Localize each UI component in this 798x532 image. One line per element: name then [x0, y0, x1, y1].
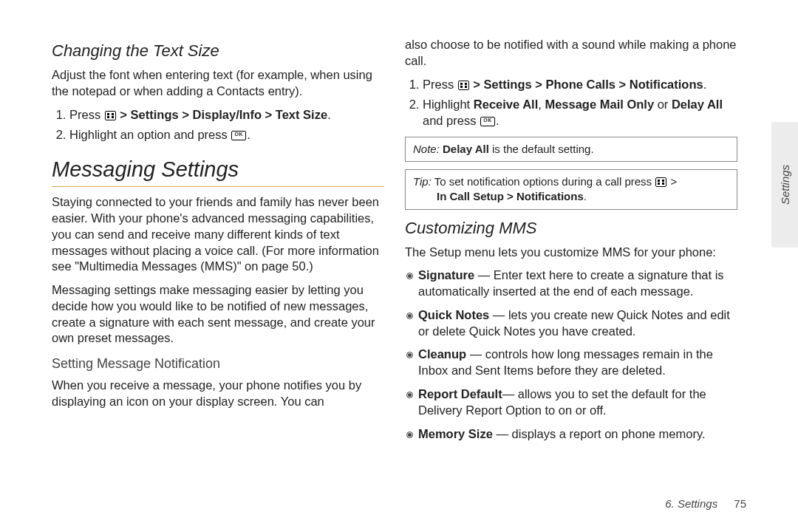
tip-label: Tip: [413, 175, 432, 188]
left-column: Changing the Text Size Adjust the font w… [52, 37, 384, 449]
gt-sep: > [532, 78, 546, 91]
page-footer: 6. Settings 75 [665, 497, 746, 510]
side-tab-label: Settings [779, 165, 791, 205]
bullet-title: Memory Size [418, 427, 493, 440]
bullet-cleanup: Cleanup — controls how long messages rem… [405, 347, 737, 379]
para-adjust-font: Adjust the font when entering text (for … [52, 67, 384, 100]
text-press: Press [69, 108, 104, 121]
text-highlight: Highlight an option and press [69, 128, 231, 141]
opt-message-mail-only: Message Mail Only [545, 98, 654, 111]
period: . [703, 78, 707, 91]
step-1-text-size: Press > Settings > Display/Info > Text S… [69, 107, 384, 123]
steps-notification: Press > Settings > Phone Calls > Notific… [405, 77, 737, 129]
period: . [327, 108, 331, 121]
path-notifications: Notifications [630, 78, 703, 91]
bullet-quick-notes: Quick Notes — lets you create new Quick … [405, 307, 737, 340]
period: . [584, 190, 587, 202]
note-text: is the default setting. [489, 143, 594, 155]
footer-section: 6. Settings [665, 497, 717, 510]
step-1-notification: Press > Settings > Phone Calls > Notific… [423, 77, 737, 93]
bullet-signature: Signature — Enter text here to create a … [405, 267, 737, 300]
path-phone-calls: Phone Calls [545, 78, 615, 91]
heading-changing-text-size: Changing the Text Size [52, 40, 384, 61]
bullet-memory-size: Memory Size — displays a report on phone… [405, 426, 737, 443]
tip-in-call-setup: In Call Setup [437, 190, 504, 202]
period: . [496, 114, 499, 127]
para-staying-connected: Staying connected to your friends and fa… [52, 194, 384, 275]
manual-page: Changing the Text Size Adjust the font w… [0, 0, 798, 464]
menu-key-icon [655, 177, 666, 187]
text-and-press: and press [423, 114, 480, 127]
text-press: Press [423, 78, 457, 91]
opt-receive-all: Receive All [474, 98, 538, 111]
gt-sep: > [615, 78, 630, 91]
side-tab: Settings [771, 122, 798, 248]
path-settings: Settings [131, 108, 179, 121]
bullet-title: Cleanup [418, 347, 466, 361]
steps-text-size: Press > Settings > Display/Info > Text S… [52, 107, 384, 144]
text-highlight: Highlight [423, 98, 474, 111]
right-column: also choose to be notified with a sound … [405, 37, 737, 449]
step-2-text-size: Highlight an option and press . [69, 127, 384, 143]
gt-sep: > [117, 108, 131, 121]
step-2-notification: Highlight Receive All, Message Mail Only… [423, 97, 737, 129]
gt-sep: > [262, 108, 276, 121]
menu-key-icon [105, 111, 116, 120]
tip-pre: To set notification options during a cal… [432, 175, 655, 188]
path-display-info: Display/Info [192, 108, 262, 121]
bullet-title: Signature [418, 268, 474, 282]
para-messaging-settings: Messaging settings make messaging easier… [52, 282, 384, 347]
heading-customizing-mms: Customizing MMS [405, 217, 737, 239]
note-label: Note: [413, 143, 440, 155]
gt-sep: > [504, 190, 516, 202]
ok-key-icon [480, 117, 495, 126]
gt-sep: > [179, 108, 193, 121]
heading-messaging-settings: Messaging Settings [52, 155, 384, 183]
footer-page-number: 75 [734, 497, 746, 510]
path-text-size: Text Size [276, 108, 327, 121]
tip-box: Tip: To set notification options during … [405, 169, 737, 210]
path-settings: Settings [484, 78, 532, 91]
mms-bullet-list: Signature — Enter text here to create a … [405, 267, 737, 442]
para-when-receive: When you receive a message, your phone n… [52, 378, 384, 410]
note-box: Note: Delay All is the default setting. [405, 137, 737, 162]
gt-sep: > [470, 78, 484, 91]
tip-indent-line: In Call Setup > Notifications. [413, 189, 729, 204]
heading-rule [52, 186, 384, 187]
opt-delay-all: Delay All [672, 98, 723, 111]
bullet-title: Quick Notes [418, 308, 489, 321]
menu-key-icon [458, 81, 469, 90]
para-setup-menu: The Setup menu lets you customize MMS fo… [405, 245, 737, 261]
para-also-choose: also choose to be notified with a sound … [405, 37, 737, 69]
subheading-setting-notification: Setting Message Notification [52, 355, 384, 373]
tip-notifications: Notifications [516, 190, 584, 202]
period: . [247, 128, 250, 141]
ok-key-icon [231, 131, 246, 140]
gt-sep: > [667, 175, 677, 188]
bullet-desc: — displays a report on phone memory. [493, 427, 706, 440]
text-or: or [654, 98, 672, 111]
note-delay-all: Delay All [443, 143, 489, 155]
bullet-report-default: Report Default— allows you to set the de… [405, 386, 737, 419]
bullet-title: Report Default [418, 387, 502, 400]
